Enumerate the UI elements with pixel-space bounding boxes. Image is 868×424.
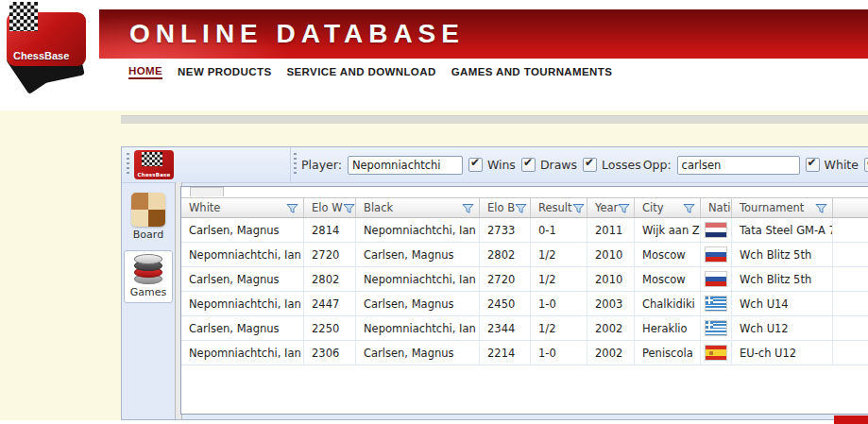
wins-filter: ✔ Wins [468,158,516,172]
cell-city: Chalkidiki [635,292,701,315]
flag-icon-gre [706,321,726,335]
filter-icon[interactable] [572,202,585,214]
cell-city: Moscow [635,243,701,266]
filter-icon[interactable] [286,202,298,214]
losses-label: Losses [602,158,641,172]
column-label: Year [595,201,618,214]
cell-spacer [833,341,868,365]
sidebar-item-games[interactable]: Games [124,250,173,303]
filter-icon[interactable] [462,202,474,214]
table-row[interactable]: Carlsen, Magnus2814Nepomniachtchi, Ian27… [181,218,868,243]
cell-elo_w: 2250 [304,316,356,340]
cell-year: 2002 [587,316,635,340]
white-checkbox[interactable]: ✔ [806,158,820,172]
toolbar-grip-handle[interactable] [294,153,297,176]
toolbar-separator [290,147,291,182]
main-nav: HOMENEW PRODUCTSSERVICE AND DOWNLOADGAME… [128,62,612,81]
cell-tournament: Wch U14 [732,292,833,315]
cell-city: Wijk aan Zee [635,218,701,242]
cell-natio [701,341,732,365]
column-header-city[interactable]: City [635,198,701,217]
draws-checkbox[interactable]: ✔ [521,158,536,172]
cell-year: 2010 [587,243,635,266]
games-table-panel: WhiteElo WBlackElo BResultYearCityNatioT… [180,186,868,415]
table-row[interactable]: Carlsen, Magnus2250Nepomniachtchi, Ian23… [181,316,868,341]
cell-natio [701,316,732,340]
table-row[interactable]: Nepomniachtchi, Ian2447Carlsen, Magnus24… [181,292,868,316]
cell-black: Carlsen, Magnus [356,292,480,315]
cell-spacer [833,218,868,242]
filter-controls: Player: ✔ Wins ✔ Draws ✔ Losses Opp: ✔ W… [301,147,868,182]
cell-white: Carlsen, Magnus [181,316,304,340]
nav-item-home[interactable]: HOME [128,65,162,79]
nav-item-games-and-tournaments[interactable]: GAMES AND TOURNAMENTS [451,66,613,77]
cell-spacer [833,243,868,266]
cell-spacer [833,292,868,315]
opponent-input[interactable] [677,156,800,175]
column-header-white[interactable]: White [181,198,304,217]
chessbase-mini-logo: ChessBase [134,150,174,179]
cell-result: 1-0 [531,341,587,365]
cell-black: Nepomniachtchi, Ian [356,267,480,291]
gray-divider-strip [121,115,868,124]
table-header-row: WhiteElo WBlackElo BResultYearCityNatioT… [181,197,868,218]
cell-elo_b: 2733 [480,218,531,242]
column-header-tournament[interactable]: Tournament [732,198,833,217]
column-header-elo_w[interactable]: Elo W [304,198,356,217]
toolbar-grip-handle[interactable] [127,153,129,176]
cell-natio [701,243,732,266]
column-label: Black [364,201,393,214]
cell-year: 2011 [587,218,635,242]
flag-icon-esp [706,346,726,360]
filter-icon[interactable] [683,202,695,214]
header-banner: ONLINE DATABASE [99,9,868,59]
cell-elo_w: 2814 [304,218,356,242]
online-database-app-panel: ChessBase Player: ✔ Wins ✔ Draws ✔ Losse… [121,146,868,420]
cell-elo_w: 2447 [304,292,356,315]
cell-tournament: Tata Steel GM-A 73rd [732,218,833,242]
table-body: Carlsen, Magnus2814Nepomniachtchi, Ian27… [181,218,868,365]
draws-filter: ✔ Draws [521,158,577,172]
table-tab-stub[interactable] [190,187,224,196]
table-row[interactable]: Carlsen, Magnus2802Nepomniachtchi, Ian27… [181,267,868,292]
player-label: Player: [301,158,342,172]
nav-item-new-products[interactable]: NEW PRODUCTS [178,66,271,77]
losses-checkbox[interactable]: ✔ [583,158,597,172]
filter-icon[interactable] [815,202,827,214]
cell-natio [701,267,732,291]
filter-icon[interactable] [343,202,355,214]
column-header-black[interactable]: Black [356,198,480,217]
filter-icon[interactable] [515,202,527,214]
cell-tournament: EU-ch U12 [732,341,833,365]
column-header-result[interactable]: Result [531,198,587,217]
sidebar-item-board[interactable]: Board [124,189,173,246]
cell-city: Heraklio [635,316,701,340]
view-sidebar: Board Games [122,182,175,419]
cell-black: Nepomniachtchi, Ian [356,316,480,340]
wins-checkbox[interactable]: ✔ [468,158,483,172]
column-header-year[interactable]: Year [587,198,635,217]
column-header-natio[interactable]: Natio [701,198,732,217]
table-row[interactable]: Nepomniachtchi, Ian2720Carlsen, Magnus28… [181,243,868,267]
cell-white: Carlsen, Magnus [181,218,304,242]
black-checkbox[interactable]: ✔ [864,158,868,172]
nav-item-service-and-download[interactable]: SERVICE AND DOWNLOAD [286,66,435,77]
cell-elo_w: 2306 [304,341,356,365]
games-label: Games [130,286,166,298]
flag-icon-rus [706,272,726,286]
cell-city: Peniscola [635,341,701,365]
flag-icon-gre [706,297,726,311]
table-row[interactable]: Nepomniachtchi, Ian2306Carlsen, Magnus22… [181,341,868,365]
search-toolbar: ChessBase Player: ✔ Wins ✔ Draws ✔ Losse… [122,147,868,183]
cell-elo_b: 2344 [480,316,531,340]
flag-icon-ned [706,223,726,237]
cell-black: Carlsen, Magnus [356,341,480,365]
filter-icon[interactable] [618,202,630,214]
column-label: City [642,201,664,214]
white-filter: ✔ White [806,158,859,172]
column-header-elo_b[interactable]: Elo B [480,198,531,217]
chessbase-logo[interactable]: ChessBase [3,2,99,96]
player-input[interactable] [348,156,463,175]
draws-label: Draws [540,158,577,172]
logo-checkerboard-icon [9,2,38,31]
